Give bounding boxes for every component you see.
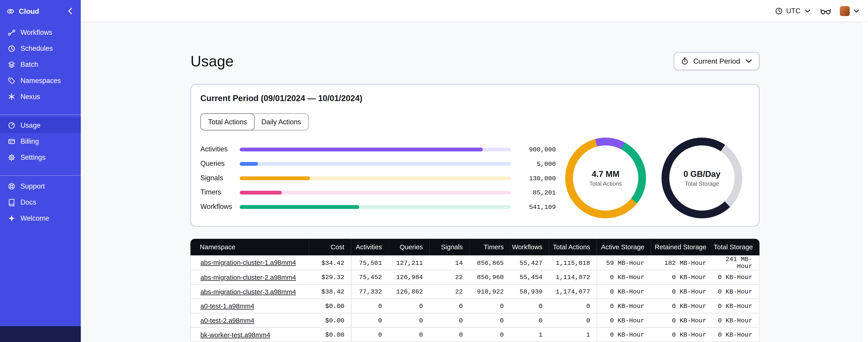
cell-queries: 126,984	[389, 270, 430, 285]
bar-value: 541,109	[511, 203, 556, 210]
cell-activities: 77,332	[351, 285, 389, 299]
table-row: a0-test-2.a98mm4 $0.00 0 0 0 0 0 0 0 KB-…	[190, 313, 760, 328]
bar-track	[240, 205, 511, 209]
cell-retained-storage: 0 KB-Hour	[651, 285, 713, 299]
sidebar-collapse-button[interactable]	[66, 7, 74, 15]
sidebar-item-label: Namespaces	[21, 76, 61, 84]
sidebar-header: Cloud	[0, 0, 81, 22]
cell-active-storage: 0 KB-Hour	[597, 285, 651, 299]
bar-row-queries: Queries 5,000	[200, 156, 556, 171]
col-cost: Cost	[309, 239, 351, 255]
sidebar-item-billing[interactable]: Billing	[0, 133, 81, 149]
cell-cost: $0.00	[309, 313, 351, 328]
cell-workflows: 55,454	[510, 270, 549, 285]
nexus-asterisk-icon	[8, 93, 16, 100]
cell-queries: 0	[389, 328, 430, 342]
col-active-storage: Active Storage	[597, 239, 651, 255]
tab-daily-actions[interactable]: Daily Actions	[254, 114, 308, 130]
cell-workflows: 58,939	[510, 285, 549, 299]
sidebar-item-workflows[interactable]: Workflows	[0, 24, 81, 40]
sidebar-item-support[interactable]: Support	[0, 178, 81, 194]
bar-row-timers: Timers 85,201	[200, 185, 556, 200]
cell-total-actions: 0	[549, 299, 597, 314]
cell-workflows: 0	[510, 299, 549, 314]
cell-queries: 127,211	[389, 255, 430, 270]
col-workflows: Workflows	[510, 239, 549, 255]
cell-total-storage: 0 KB-Hour	[713, 299, 760, 314]
actions-tab-group: Total Actions Daily Actions	[200, 113, 309, 130]
cell-activities: 75,501	[351, 255, 389, 270]
cell-cost: $38.42	[309, 285, 351, 299]
cell-activities: 0	[351, 299, 389, 314]
cell-timers: 856,865	[469, 255, 510, 270]
cell-active-storage: 59 MB-Hour	[597, 255, 651, 270]
bar-track	[240, 162, 511, 166]
sidebar-item-welcome[interactable]: Welcome	[0, 210, 81, 226]
user-menu[interactable]	[840, 6, 860, 16]
settings-gear-icon	[8, 153, 16, 161]
cell-queries: 0	[389, 299, 430, 314]
sidebar-item-usage[interactable]: Usage	[0, 117, 81, 133]
sidebar-item-schedules[interactable]: Schedules	[0, 40, 81, 57]
cell-cost: $0.00	[309, 299, 351, 314]
cell-active-storage: 0 KB-Hour	[597, 299, 651, 314]
bar-track	[240, 191, 511, 194]
donut-label: Total Storage	[685, 180, 719, 187]
cell-cost: $34.42	[309, 255, 351, 270]
donut-value: 0 GB/Day	[683, 169, 720, 179]
sidebar-item-label: Usage	[21, 122, 41, 129]
namespace-link[interactable]: bk-worker-test.a98mm4	[200, 331, 270, 338]
current-period-card: Current Period (09/01/2024 — 10/01/2024)…	[190, 84, 760, 227]
table-row: abs-migration-cluster-3.a98mm4 $38.42 77…	[190, 285, 760, 299]
cell-retained-storage: 0 KB-Hour	[651, 299, 713, 314]
chevron-down-icon	[745, 57, 752, 65]
sidebar-item-label: Nexus	[21, 93, 40, 100]
sidebar-item-settings[interactable]: Settings	[0, 149, 81, 165]
sidebar-item-label: Welcome	[21, 214, 49, 222]
cell-total-actions: 0	[549, 313, 597, 328]
cell-total-storage: 0 KB-Hour	[713, 270, 760, 285]
donut-label: Total Actions	[589, 180, 622, 187]
namespace-link[interactable]: abs-migration-cluster-2.a98mm4	[200, 273, 296, 281]
sidebar-item-batch[interactable]: Batch	[0, 57, 81, 72]
cell-queries: 126,862	[389, 285, 430, 299]
col-retained-storage: Retained Storage	[651, 239, 713, 255]
schedules-icon	[8, 44, 16, 52]
cell-timers: 856,960	[469, 270, 510, 285]
timezone-selector[interactable]: UTC	[775, 7, 811, 15]
cell-total-actions: 1,174,077	[549, 285, 597, 299]
namespace-link[interactable]: abs-migration-cluster-1.a98mm4	[200, 259, 296, 266]
namespace-usage-table: Namespace Cost Activities Queries Signal…	[190, 239, 760, 342]
cell-total-storage: 0 KB-Hour	[713, 285, 760, 299]
cell-signals: 22	[430, 270, 469, 285]
temporal-cloud-logo-icon	[6, 7, 14, 15]
period-selector-button[interactable]: Current Period	[674, 52, 760, 70]
avatar	[840, 6, 850, 16]
col-queries: Queries	[389, 239, 430, 255]
sidebar-footer[interactable]	[0, 326, 81, 342]
bar-label: Timers	[200, 189, 240, 196]
table-header-row: Namespace Cost Activities Queries Signal…	[190, 239, 760, 255]
chevron-down-icon	[852, 7, 860, 15]
col-namespace: Namespace	[190, 239, 309, 255]
tab-total-actions[interactable]: Total Actions	[200, 113, 255, 130]
glasses-icon[interactable]	[820, 7, 831, 15]
scrollbar-gutter[interactable]	[861, 22, 868, 342]
billing-card-icon	[8, 137, 16, 145]
namespace-link[interactable]: a0-test-1.a98mm4	[200, 302, 254, 310]
bar-track	[240, 147, 511, 151]
bar-label: Signals	[200, 174, 240, 182]
cell-cost: $29.32	[309, 270, 351, 285]
cell-timers: 0	[469, 299, 510, 314]
namespace-link[interactable]: a0-test-2.a98mm4	[200, 316, 254, 324]
sidebar-item-namespaces[interactable]: Namespaces	[0, 72, 81, 89]
sidebar-item-label: Billing	[21, 137, 39, 145]
sidebar-item-docs[interactable]: Docs	[0, 194, 81, 210]
sidebar-item-nexus[interactable]: Nexus	[0, 89, 81, 104]
bar-fill-signals	[240, 176, 310, 180]
bar-fill-workflows	[240, 205, 359, 209]
cell-total-actions: 1	[549, 328, 597, 342]
namespace-link[interactable]: abs-migration-cluster-3.a98mm4	[200, 287, 296, 295]
bar-label: Queries	[200, 160, 240, 167]
sidebar-item-label: Batch	[21, 61, 38, 68]
